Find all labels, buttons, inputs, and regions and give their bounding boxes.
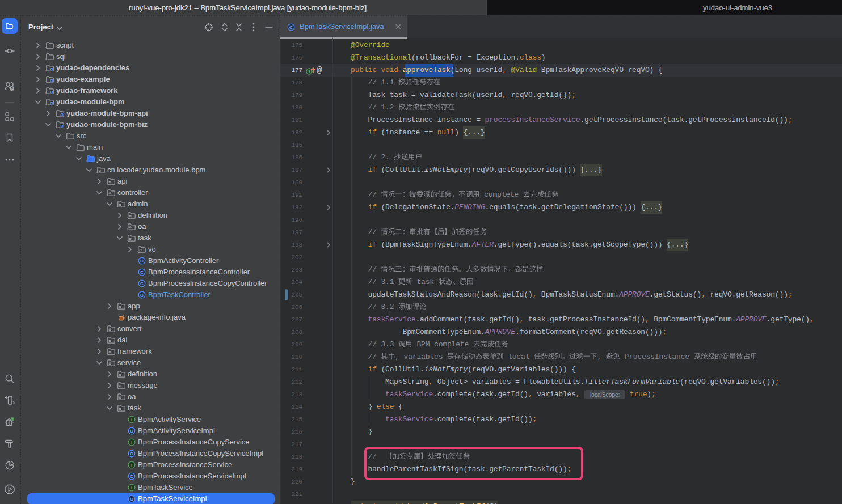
- svg-text:I: I: [131, 485, 132, 490]
- svg-text:I: I: [131, 417, 132, 422]
- svg-text:I: I: [131, 440, 132, 445]
- svg-text:C: C: [130, 451, 133, 456]
- svg-text:I: I: [131, 463, 132, 468]
- svg-text:C: C: [140, 259, 144, 264]
- svg-text:C: C: [130, 429, 133, 434]
- svg-text:C: C: [130, 497, 133, 502]
- svg-text:C: C: [140, 281, 144, 286]
- svg-text:C: C: [140, 270, 144, 275]
- svg-text:C: C: [289, 24, 293, 29]
- svg-text:C: C: [130, 474, 133, 479]
- svg-text:C: C: [140, 293, 144, 298]
